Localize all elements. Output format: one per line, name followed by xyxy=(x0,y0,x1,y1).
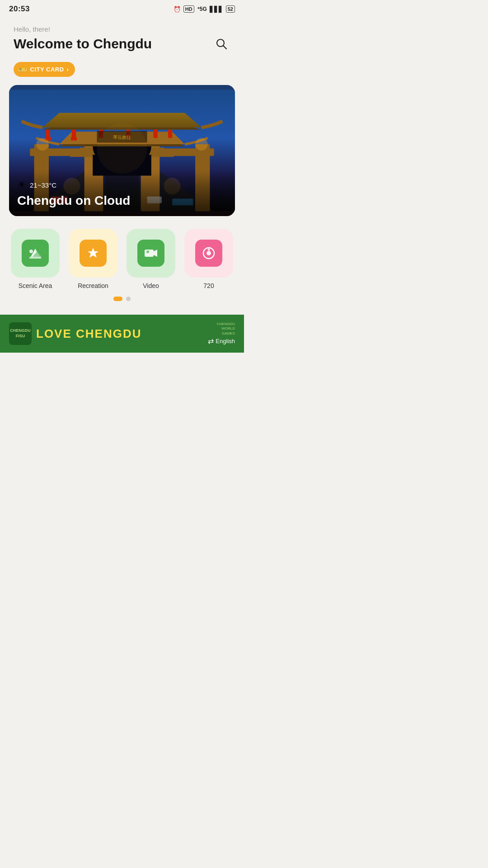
search-button[interactable] xyxy=(212,35,230,53)
hero-city-name: Chengdu on Cloud xyxy=(17,193,227,208)
svg-point-27 xyxy=(97,123,147,174)
city-card-arrow: › xyxy=(67,66,69,73)
svg-rect-41 xyxy=(145,250,154,257)
svg-point-46 xyxy=(208,249,210,251)
svg-point-43 xyxy=(146,250,149,253)
weather-temperature: 21~33°C xyxy=(30,181,56,189)
city-card-icon: 🎫 xyxy=(18,65,28,74)
recreation-icon-inner xyxy=(80,240,107,267)
signal-bars-icon: ▋▋▋ xyxy=(210,6,223,13)
category-item-720[interactable]: 720 xyxy=(183,229,235,289)
language-switcher[interactable]: ⇄ English xyxy=(208,337,235,345)
category-item-recreation[interactable]: Recreation xyxy=(67,229,119,289)
status-time: 20:53 xyxy=(9,5,30,14)
page-dot-active xyxy=(113,297,122,301)
status-bar: 20:53 ⏰ HD ⁺5G ▋▋▋ 52 xyxy=(0,0,244,16)
category-icon-box-720 xyxy=(184,229,233,278)
chengdu-brand-logo: CHENGDUWORLDGAMES xyxy=(217,322,235,336)
greeting-text: Hello, there! xyxy=(14,25,230,33)
category-label-video: Video xyxy=(143,282,159,289)
battery-indicator: 52 xyxy=(226,5,235,13)
page-title: Welcome to Chengdu xyxy=(14,36,152,52)
category-item-video[interactable]: Video xyxy=(125,229,177,289)
status-icons: ⏰ HD ⁺5G ▋▋▋ 52 xyxy=(174,5,235,13)
svg-rect-18 xyxy=(72,130,76,138)
city-card-button[interactable]: 🎫 CITY CARD › xyxy=(14,62,75,77)
svg-point-38 xyxy=(29,250,33,253)
scenic-icon-inner xyxy=(22,240,49,267)
hd-icon: HD xyxy=(183,5,194,13)
hero-banner[interactable]: 琴云故往 ☀ 21~33°C Chengdu on Cloud xyxy=(9,85,235,216)
category-label-recreation: Recreation xyxy=(78,282,108,289)
svg-point-29 xyxy=(195,138,208,151)
chengdu-logo: CHENGDUFISU xyxy=(9,322,32,345)
page-dots xyxy=(9,289,235,305)
svg-rect-16 xyxy=(46,130,50,138)
bottom-banner-left: CHENGDUFISU LOVE CHENGDU xyxy=(9,322,141,345)
category-icon-box-recreation xyxy=(69,229,117,278)
network-icon: ⁺5G xyxy=(197,6,207,12)
bottom-banner[interactable]: CHENGDUFISU LOVE CHENGDU CHENGDUWORLDGAM… xyxy=(0,315,244,353)
720-icon-inner xyxy=(195,240,222,267)
svg-line-1 xyxy=(224,46,227,49)
language-label: English xyxy=(216,338,235,344)
alarm-icon: ⏰ xyxy=(174,6,181,13)
header: Hello, there! Welcome to Chengdu xyxy=(0,16,244,57)
page-dot-inactive xyxy=(126,297,131,301)
category-label-scenic: Scenic Area xyxy=(19,282,52,289)
title-row: Welcome to Chengdu xyxy=(14,35,230,53)
hero-overlay: ☀ 21~33°C Chengdu on Cloud xyxy=(9,170,235,216)
svg-rect-19 xyxy=(71,137,77,140)
city-card-label: CITY CARD xyxy=(30,66,64,73)
weather-icon: ☀ xyxy=(17,179,26,191)
love-chengdu-text: LOVE CHENGDU xyxy=(36,327,141,341)
category-icon-box-scenic xyxy=(11,229,60,278)
svg-marker-42 xyxy=(154,250,157,257)
weather-row: ☀ 21~33°C xyxy=(17,179,227,191)
svg-rect-39 xyxy=(29,257,41,259)
language-switch-icon: ⇄ xyxy=(208,337,214,345)
svg-rect-22 xyxy=(153,130,157,138)
category-item-scenic[interactable]: Scenic Area xyxy=(9,229,61,289)
svg-point-0 xyxy=(217,39,224,47)
svg-marker-40 xyxy=(88,248,99,258)
category-section: Scenic Area Recreation xyxy=(0,216,244,309)
bottom-banner-right: CHENGDUWORLDGAMES ⇄ English xyxy=(208,322,235,345)
category-grid: Scenic Area Recreation xyxy=(9,229,235,289)
category-label-720: 720 xyxy=(203,282,214,289)
category-icon-box-video xyxy=(127,229,175,278)
svg-point-45 xyxy=(206,251,211,255)
svg-rect-23 xyxy=(168,130,172,138)
svg-point-28 xyxy=(36,138,49,151)
video-icon-inner xyxy=(137,240,164,267)
